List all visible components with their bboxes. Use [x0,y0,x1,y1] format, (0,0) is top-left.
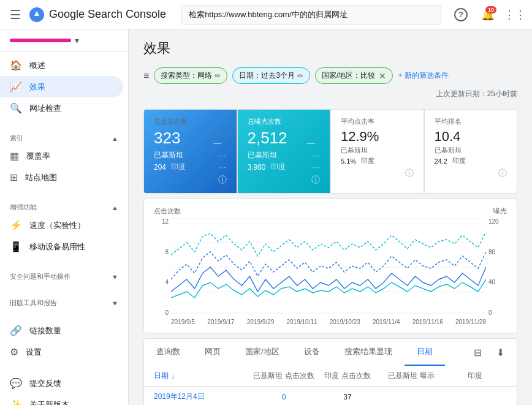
sidebar-enhancements-section: 增强功能 ▲ ⚡ 速度（实验性） 📱 移动设备易用性 [0,195,128,260]
stat-position-sub-label2: 印度 [452,156,466,165]
stat-card-position[interactable]: 平均排名 10.4 已基斯坦 24.2 印度 ⓘ [424,109,518,194]
links-icon: 🔗 [10,325,22,336]
chart-y-right-label: 曝光 [493,206,507,216]
td-date[interactable]: 2019年12月4日 [154,392,252,402]
property-color-bar [10,39,71,42]
filter-table-button[interactable]: ⊟ [469,342,487,363]
content-header: 效果 [129,29,532,62]
th-date[interactable]: 日期 ↓ [154,371,252,381]
chevron-down-icon-2: ▼ [112,300,118,307]
sidebar-section-enhancements[interactable]: 增强功能 ▲ [0,198,128,214]
sidebar-item-coverage[interactable]: ▦ 覆盖率 [0,145,123,167]
performance-icon: 📈 [10,81,22,93]
search-icon: 🔍 [10,102,22,114]
stat-clicks-info-icon[interactable]: ⓘ [218,175,227,186]
x-label-7: 2019/11/28 [455,319,486,325]
speed-icon: ⚡ [10,219,22,231]
y-max: 12 [154,218,169,225]
stat-clicks-sub-label2: 印度 [171,162,186,172]
property-selector[interactable]: ▾ [0,29,128,52]
sidebar-section-security[interactable]: 安全问题和手动操作 ▼ [0,267,128,284]
chart-y-right-axis: 120 80 40 0 [488,218,507,316]
sidebar-item-speed[interactable]: ⚡ 速度（实验性） [0,214,123,236]
search-input[interactable] [181,5,441,25]
sidebar-item-new[interactable]: ✨ 关于新版本 [0,394,123,405]
svg-point-1 [36,16,38,18]
th-pak-clicks: 已基斯坦 点击次数 [252,371,316,381]
help-button[interactable]: ? [451,5,471,25]
stat-impressions-more2[interactable]: ··· [312,163,320,172]
filter-chip-search-type[interactable]: 搜索类型：网络 ✏ [154,67,227,84]
stat-card-impressions[interactable]: 总曝光次数 2,512 — 已基斯坦 ··· 3,980 印度 ··· ⓘ [237,109,331,194]
settings-icon: ⚙ [10,346,18,358]
tab-queries[interactable]: 查询数 [144,339,192,366]
filter-chip-date[interactable]: 日期：过去3个月 ✏ [232,67,310,84]
filter-chip-search-type-edit[interactable]: ✏ [215,72,221,80]
notification-button[interactable]: 🔔 10 [478,5,498,25]
sidebar: ▾ 🏠 概述 📈 效果 🔍 网址检查 索引 ▲ ▦ [0,29,129,405]
stat-clicks-dash: — [214,138,222,148]
chart-area: 点击次数 曝光 12 8 4 0 [143,199,517,333]
apps-button[interactable]: ⋮⋮ [505,5,525,25]
download-table-button[interactable]: ⬇ [492,342,509,363]
stat-ctr-info-icon[interactable]: ⓘ [405,168,414,179]
tab-search-appearance[interactable]: 搜索结果显现 [332,339,405,366]
feedback-icon: 💬 [10,377,22,389]
sidebar-item-performance[interactable]: 📈 效果 [0,76,123,97]
sidebar-item-mobile[interactable]: 📱 移动设备易用性 [0,236,123,257]
sidebar-item-settings[interactable]: ⚙ 设置 [0,341,123,363]
stat-impressions-more[interactable]: ··· [312,151,320,160]
x-label-1: 2019/9/17 [207,319,235,325]
sidebar-item-overview[interactable]: 🏠 概述 [0,55,123,76]
stat-card-clicks[interactable]: 总点击次数 323 — 已基斯坦 ··· 204 印度 ··· ⓘ [143,109,237,194]
mobile-icon: 📱 [10,241,22,252]
chart-y-axis: 12 8 4 0 [154,218,169,316]
last-updated: 上次更新日期：25小时前 [436,89,517,99]
filter-icon[interactable]: ≡ [143,70,149,81]
gsc-logo-icon [28,6,45,23]
stat-clicks-more2[interactable]: ··· [218,163,226,172]
search-bar[interactable] [181,5,441,25]
stat-card-ctr[interactable]: 平均点击率 12.9% 已基斯坦 5.1% 印度 ⓘ [330,109,424,194]
stat-impressions-info-icon[interactable]: ⓘ [311,175,320,186]
filter-chip-country-close[interactable]: ✕ [379,71,386,81]
td-pak-clicks: 0 [252,393,316,401]
filter-chip-country-label: 国家/地区：比较 [322,70,375,81]
stat-clicks-more[interactable]: ··· [218,151,226,160]
chart-y-label: 点击次数 [154,206,181,216]
stat-impressions-sub-value2: 3,980 [248,163,266,172]
tab-countries[interactable]: 国家/地区 [233,339,292,366]
menu-icon[interactable]: ☰ [7,5,23,25]
sidebar-security-section: 安全问题和手动操作 ▼ [0,265,128,286]
sidebar-item-url-inspection[interactable]: 🔍 网址检查 [0,97,123,119]
add-filter-button[interactable]: + 新的筛选条件 [398,70,448,81]
filter-chip-date-edit[interactable]: ✏ [297,72,303,80]
y-right-0: 0 [488,309,507,316]
tab-pages[interactable]: 网页 [192,339,233,366]
home-icon: 🏠 [10,59,22,71]
table-row: 2019年12月4日 0 37 [144,387,517,405]
stat-impressions-value: 2,512 [248,129,287,148]
chart-svg-container [171,218,486,316]
tab-date[interactable]: 日期 [405,339,445,366]
filter-chip-country[interactable]: 国家/地区：比较 ✕ [315,67,393,84]
sidebar-item-feedback[interactable]: 💬 提交反馈 [0,373,123,394]
sidebar-section-index[interactable]: 索引 ▲ [0,129,128,145]
help-icon: ? [454,8,468,21]
x-label-4: 2019/10/23 [330,319,360,325]
y-0: 0 [154,309,169,316]
sidebar-item-links[interactable]: 🔗 链接数量 [0,320,123,341]
y-right-max: 120 [488,218,507,225]
sidebar-item-sitemap[interactable]: ⊞ 站点地图 [0,167,123,188]
tab-devices[interactable]: 设备 [292,339,332,366]
stat-ctr-value: 12.9% [341,129,414,145]
sidebar-section-legacy[interactable]: 旧版工具和报告 ▼ [0,293,128,310]
coverage-icon: ▦ [10,150,19,162]
x-label-6: 2019/11/16 [412,319,443,325]
sidebar-main-section: 🏠 概述 📈 效果 🔍 网址检查 [0,52,128,121]
stat-impressions-dash: — [307,138,315,148]
stat-impressions-label: 总曝光次数 [248,117,321,126]
add-filter-label: + 新的筛选条件 [398,70,448,81]
stat-position-info-icon[interactable]: ⓘ [498,168,507,179]
tabs-actions: ⊟ ⬇ [462,342,517,363]
